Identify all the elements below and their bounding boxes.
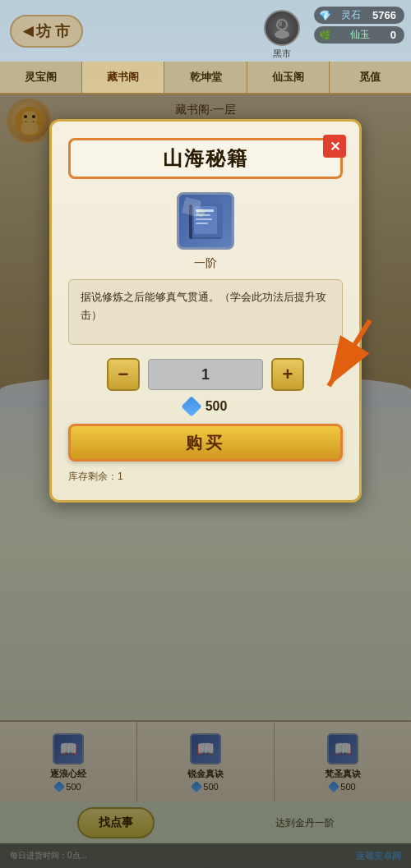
- modal-dialog: ✕ 山海秘籍 一阶: [49, 119, 362, 503]
- modal-overlay: ✕ 山海秘籍 一阶: [0, 94, 411, 868]
- item-icon: [177, 192, 234, 250]
- quantity-input[interactable]: [148, 359, 263, 390]
- book-svg: [182, 198, 229, 244]
- jade-row: 🌿 仙玉 0: [314, 26, 404, 44]
- spirit-stone-value: 5766: [372, 9, 396, 21]
- svg-point-1: [275, 30, 289, 39]
- tab-xianyu[interactable]: 仙玉阁: [247, 62, 330, 93]
- price-gem-icon: [181, 396, 201, 416]
- svg-rect-12: [196, 209, 214, 212]
- jade-icon: 🌿: [319, 30, 331, 41]
- spirit-stone-row: 💎 灵石 5766: [314, 7, 404, 24]
- quantity-row: − +: [68, 358, 343, 391]
- description-box: 据说修炼之后能够真气贯通。（学会此功法后提升攻击）: [68, 279, 343, 345]
- tab-qiankun[interactable]: 乾坤堂: [164, 62, 247, 93]
- spirit-stone-icon: 💎: [319, 10, 331, 21]
- black-market-area[interactable]: 黑市: [264, 10, 300, 60]
- tab-lingbao[interactable]: 灵宝阁: [0, 62, 82, 93]
- tab-jiuzhi[interactable]: 觅值: [330, 62, 411, 93]
- price-value: 500: [206, 399, 228, 414]
- svg-rect-16: [189, 204, 192, 239]
- black-market-icon[interactable]: [264, 10, 300, 46]
- plus-button[interactable]: +: [271, 358, 304, 391]
- black-market-svg: [270, 16, 293, 39]
- svg-point-17: [196, 209, 205, 217]
- modal-title: 山海秘籍: [163, 147, 248, 169]
- stock-row: 库存剩余：1: [68, 470, 343, 484]
- modal-title-box: 山海秘籍: [68, 138, 343, 179]
- minus-button[interactable]: −: [107, 358, 140, 391]
- back-arrow-icon: ◀: [23, 23, 33, 39]
- back-label: 坊 市: [36, 21, 70, 41]
- item-icon-area: [68, 192, 343, 250]
- close-button[interactable]: ✕: [323, 135, 346, 158]
- spirit-stone-name: 灵石: [341, 8, 361, 22]
- black-market-label: 黑市: [273, 48, 291, 60]
- svg-rect-14: [196, 218, 212, 220]
- stock-text: 库存剩余：1: [68, 470, 123, 484]
- description-text: 据说修炼之后能够真气贯通。（学会此功法后提升攻击）: [81, 288, 330, 324]
- jade-name: 仙玉: [350, 28, 370, 42]
- back-button[interactable]: ◀ 坊 市: [10, 15, 83, 48]
- jade-value: 0: [390, 29, 396, 41]
- svg-point-3: [279, 21, 282, 26]
- nav-tabs: 灵宝阁 藏书阁 乾坤堂 仙玉阁 觅值: [0, 62, 411, 94]
- currency-area: 💎 灵石 5766 🌿 仙玉 0: [314, 7, 404, 44]
- tab-zangshuge[interactable]: 藏书阁: [82, 62, 164, 93]
- price-row: 500: [68, 399, 343, 414]
- buy-button[interactable]: 购买: [68, 424, 343, 462]
- svg-rect-15: [196, 223, 208, 224]
- item-grade: 一阶: [68, 256, 343, 271]
